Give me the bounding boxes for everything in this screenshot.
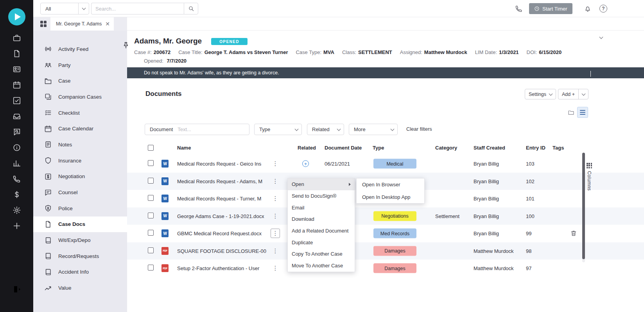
menu-item-move-to-another-case[interactable]: Move To Another Case xyxy=(288,260,355,272)
rail-inbox-icon[interactable] xyxy=(13,112,21,121)
row-actions-kebab-icon[interactable]: ⋮ xyxy=(271,177,280,186)
document-text-filter[interactable]: Document Text... xyxy=(145,124,249,135)
rail-document-icon[interactable] xyxy=(13,49,21,58)
row-actions-kebab-icon[interactable]: ⋮ xyxy=(271,229,280,238)
column-header-category[interactable]: Category xyxy=(435,145,457,151)
rail-contact-card-icon[interactable] xyxy=(13,65,21,74)
column-header-entry-id[interactable]: Entry ID xyxy=(526,145,545,151)
rail-briefcase-icon[interactable] xyxy=(13,34,21,42)
apps-grid-icon[interactable] xyxy=(40,21,47,27)
sidebar-item-checklist[interactable]: Checklist xyxy=(33,105,127,121)
brand-logo-icon[interactable] xyxy=(8,8,25,25)
row-checkbox[interactable] xyxy=(148,247,154,254)
sidebar-item-case-docs[interactable]: Case Docs xyxy=(33,216,127,233)
column-header-document-date[interactable]: Document Date xyxy=(325,145,362,151)
list-view-button[interactable] xyxy=(577,107,588,118)
document-name[interactable]: GBMC Medical Record Request.docx xyxy=(177,231,266,236)
sidebar-item-accident-info[interactable]: Accident Info xyxy=(33,264,127,280)
row-checkbox[interactable] xyxy=(148,195,154,202)
document-name[interactable]: George Adams Case - 1-19-2021.docx xyxy=(177,213,266,219)
table-row[interactable]: W Medical Records Request - Geico Ins ⋮ … xyxy=(127,155,644,173)
rail-plus-icon[interactable] xyxy=(13,222,21,230)
banner-chevron-icon[interactable] xyxy=(590,71,591,76)
add-dropdown-chevron-icon[interactable] xyxy=(579,89,588,99)
sidebar-item-activity-feed[interactable]: Activity Feed xyxy=(33,41,127,57)
table-row[interactable]: PDF Setup 2-Factor Authentication - User… xyxy=(127,260,644,277)
sidebar-item-value[interactable]: Value xyxy=(33,280,127,296)
case-tab[interactable]: Mr. George T. Adams ✕ xyxy=(50,17,114,31)
row-actions-kebab-icon[interactable]: ⋮ xyxy=(271,194,280,203)
menu-item-email[interactable]: Email xyxy=(288,202,355,213)
sidebar-item-insurance[interactable]: Insurance xyxy=(33,153,127,169)
scrollbar-thumb[interactable] xyxy=(582,153,585,259)
row-checkbox[interactable] xyxy=(148,265,154,272)
menu-item-download[interactable]: Download xyxy=(288,213,355,225)
document-name[interactable]: Setup 2-Factor Authentication - User xyxy=(177,265,266,271)
clear-filters-link[interactable]: Clear filters xyxy=(406,126,432,132)
column-header-name[interactable]: Name xyxy=(177,145,191,151)
add-button[interactable]: Add + xyxy=(558,89,588,99)
sidebar-item-case[interactable]: Case xyxy=(33,73,127,89)
more-filter-select[interactable]: More xyxy=(349,124,398,135)
sidebar-item-case-calendar[interactable]: Case Calendar xyxy=(33,121,127,137)
menu-item-duplicate[interactable]: Duplicate xyxy=(288,236,355,248)
settings-button[interactable]: Settings xyxy=(525,89,556,99)
rail-calendar-icon[interactable] xyxy=(13,81,21,89)
pin-icon[interactable] xyxy=(122,41,130,49)
table-row[interactable]: W George Adams Case - 1-19-2021.docx ⋮ +… xyxy=(127,207,644,225)
row-checkbox[interactable] xyxy=(148,230,154,237)
select-all-checkbox[interactable] xyxy=(148,145,154,151)
row-checkbox[interactable] xyxy=(148,213,154,220)
rail-dollar-icon[interactable] xyxy=(13,190,21,199)
collapse-header-chevron-icon[interactable] xyxy=(597,37,605,42)
menu-item-send-to-docusign[interactable]: Send to DocuSign® xyxy=(288,190,355,202)
rail-bar-chart-icon[interactable] xyxy=(13,159,21,168)
phone-icon[interactable] xyxy=(515,5,523,13)
search-button[interactable] xyxy=(184,3,198,14)
submenu-item-open-in-desktop-app[interactable]: Open In Desktop App xyxy=(357,191,424,204)
column-header-related[interactable]: Related xyxy=(298,145,316,151)
notifications-bell-icon[interactable] xyxy=(584,5,592,13)
table-scrollbar[interactable] xyxy=(582,153,585,262)
column-header-staff-created[interactable]: Staff Created xyxy=(474,145,505,151)
sidebar-item-negotiation[interactable]: Negotiation xyxy=(33,169,127,185)
columns-control[interactable]: Columns xyxy=(587,163,592,191)
document-name[interactable]: Medical Records Request - Turner, M xyxy=(177,196,266,202)
table-row[interactable]: PDF SQUARE FOOTAGE DISCLOSURE-00 ⋮ + Dam… xyxy=(127,242,644,260)
row-actions-kebab-icon[interactable]: ⋮ xyxy=(271,159,280,168)
table-row[interactable]: W GBMC Medical Record Request.docx ⋮ + M… xyxy=(127,225,644,242)
document-name[interactable]: SQUARE FOOTAGE DISCLOSURE-00 xyxy=(177,248,266,254)
row-actions-kebab-icon[interactable]: ⋮ xyxy=(271,246,280,256)
row-actions-kebab-icon[interactable]: ⋮ xyxy=(271,263,280,273)
menu-item-open[interactable]: Open xyxy=(288,179,355,190)
folder-view-button[interactable] xyxy=(565,107,576,118)
menu-item-add-a-related-document[interactable]: Add a Related Document xyxy=(288,225,355,237)
column-header-type[interactable]: Type xyxy=(373,145,384,151)
sidebar-item-police[interactable]: Police xyxy=(33,200,127,216)
sidebar-item-party[interactable]: Party xyxy=(33,57,127,73)
help-icon[interactable]: ? xyxy=(599,5,607,13)
document-name[interactable]: Medical Records Request - Adams, M xyxy=(177,178,266,184)
document-name[interactable]: Medical Records Request - Geico Ins xyxy=(177,161,266,167)
trash-icon[interactable] xyxy=(570,230,577,237)
logout-icon[interactable] xyxy=(12,285,22,294)
column-header-tags[interactable]: Tags xyxy=(553,145,564,151)
submenu-item-open-in-browser[interactable]: Open In Browser xyxy=(357,179,424,191)
sidebar-item-wit-exp-depo[interactable]: Wit/Exp/Depo xyxy=(33,232,127,248)
sidebar-item-companion-cases[interactable]: Companion Cases xyxy=(33,89,127,105)
rail-info-circle-icon[interactable] xyxy=(13,143,21,152)
close-icon[interactable]: ✕ xyxy=(105,21,110,27)
sidebar-item-record-requests[interactable]: Record/Requests xyxy=(33,248,127,264)
add-related-icon[interactable]: + xyxy=(302,161,309,167)
row-checkbox[interactable] xyxy=(148,160,154,167)
rail-chat-search-icon[interactable] xyxy=(13,128,21,136)
sidebar-item-notes[interactable]: Notes xyxy=(33,137,127,153)
rail-gear-icon[interactable] xyxy=(13,206,21,215)
search-scope-select[interactable]: All xyxy=(40,3,89,14)
rail-phone-icon[interactable] xyxy=(13,175,21,183)
row-actions-kebab-icon[interactable]: ⋮ xyxy=(271,211,280,221)
menu-item-copy-to-another-case[interactable]: Copy To Another Case xyxy=(288,248,355,260)
rail-check-square-icon[interactable] xyxy=(13,96,21,105)
related-filter-select[interactable]: Related xyxy=(307,124,344,135)
sidebar-item-counsel[interactable]: Counsel xyxy=(33,184,127,200)
